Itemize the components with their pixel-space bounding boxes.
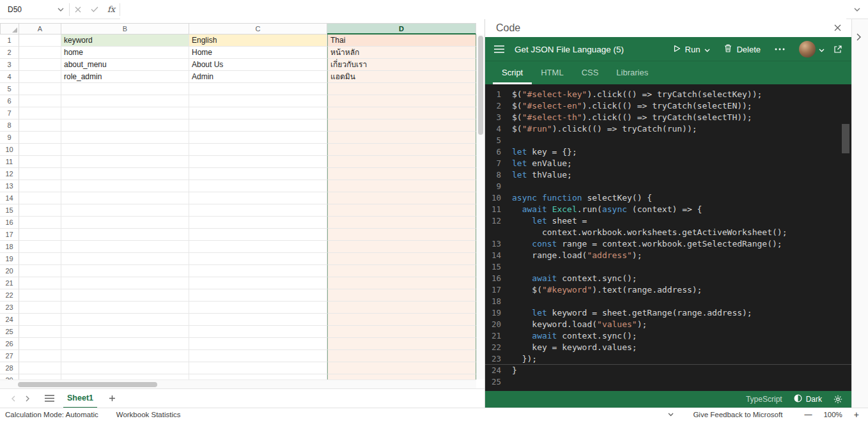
cell-D26[interactable]: [327, 338, 476, 350]
cell-D16[interactable]: [327, 217, 476, 229]
cell-D28[interactable]: [327, 362, 476, 374]
row-header-29[interactable]: 29: [0, 374, 19, 379]
cell-B13[interactable]: [61, 180, 189, 192]
cell-C29[interactable]: [189, 374, 327, 379]
cell-C2[interactable]: Home: [189, 47, 327, 59]
cell-B2[interactable]: home: [61, 47, 189, 59]
code-line[interactable]: 13 const range = context.workbook.getSel…: [485, 238, 851, 250]
vertical-scrollbar[interactable]: [476, 34, 484, 379]
row-header-22[interactable]: 22: [0, 289, 19, 302]
code-line[interactable]: 7let enValue;: [485, 158, 851, 169]
code-line[interactable]: 17 $("#keyword").text(range.address);: [485, 284, 851, 296]
menu-hamburger-icon[interactable]: [494, 45, 504, 53]
code-line[interactable]: 2$("#select-en").click(() => tryCatch(se…: [485, 100, 851, 112]
theme-toggle[interactable]: Dark: [794, 394, 822, 404]
cell-D21[interactable]: [327, 277, 476, 289]
cell-B7[interactable]: [61, 107, 189, 119]
cell-B24[interactable]: [61, 314, 189, 326]
horizontal-scroll-thumb[interactable]: [18, 382, 157, 387]
cell-B28[interactable]: [61, 362, 189, 374]
row-header-21[interactable]: 21: [0, 277, 19, 289]
close-icon[interactable]: [834, 24, 841, 31]
tab-libraries[interactable]: Libraries: [607, 61, 657, 84]
cell-C5[interactable]: [189, 83, 327, 95]
row-header-15[interactable]: 15: [0, 204, 19, 217]
cell-C25[interactable]: [189, 326, 327, 338]
code-line[interactable]: 12 let sheet =: [485, 215, 851, 227]
cell-C3[interactable]: About Us: [189, 59, 327, 71]
cell-D23[interactable]: [327, 302, 476, 314]
cell-D7[interactable]: [327, 107, 476, 119]
cell-C23[interactable]: [189, 302, 327, 314]
cell-C7[interactable]: [189, 107, 327, 119]
cell-B6[interactable]: [61, 95, 189, 107]
cell-C20[interactable]: [189, 265, 327, 277]
row-header-17[interactable]: 17: [0, 229, 19, 241]
code-line[interactable]: 1$("#select-key").click(() => tryCatch(s…: [485, 89, 851, 100]
cell-A18[interactable]: [19, 241, 61, 253]
row-header-1[interactable]: 1: [0, 34, 19, 47]
cell-C14[interactable]: [189, 192, 327, 204]
cell-A19[interactable]: [19, 253, 61, 265]
code-line[interactable]: 14 range.load("address");: [485, 250, 851, 261]
cell-D22[interactable]: [327, 289, 476, 302]
cell-B12[interactable]: [61, 168, 189, 180]
cell-A6[interactable]: [19, 95, 61, 107]
row-header-2[interactable]: 2: [0, 47, 19, 59]
code-line[interactable]: 3$("#select-th").click(() => tryCatch(se…: [485, 112, 851, 123]
row-header-6[interactable]: 6: [0, 95, 19, 107]
cell-A9[interactable]: [19, 132, 61, 144]
cell-C12[interactable]: [189, 168, 327, 180]
cell-B19[interactable]: [61, 253, 189, 265]
row-header-3[interactable]: 3: [0, 59, 19, 71]
column-header-A[interactable]: A: [19, 23, 61, 34]
cell-D4[interactable]: แอดมิน: [327, 71, 476, 83]
code-line[interactable]: 18: [485, 296, 851, 307]
cell-A24[interactable]: [19, 314, 61, 326]
cancel-icon[interactable]: [70, 0, 86, 19]
code-line[interactable]: 22 key = keyword.values;: [485, 342, 851, 353]
cell-A20[interactable]: [19, 265, 61, 277]
next-sheet-icon[interactable]: [20, 395, 35, 402]
cell-D12[interactable]: [327, 168, 476, 180]
cell-D10[interactable]: [327, 144, 476, 156]
cell-C11[interactable]: [189, 156, 327, 168]
tab-script[interactable]: Script: [493, 61, 532, 84]
snippet-title[interactable]: Get JSON File Language (5): [515, 45, 624, 54]
code-line[interactable]: 10async function selectKey() {: [485, 192, 851, 204]
row-header-9[interactable]: 9: [0, 132, 19, 144]
share-icon[interactable]: [833, 45, 842, 54]
cell-D13[interactable]: [327, 180, 476, 192]
cell-A16[interactable]: [19, 217, 61, 229]
code-editor[interactable]: 1$("#select-key").click(() => tryCatch(s…: [485, 84, 851, 391]
cell-D3[interactable]: เกี่ยวกับเรา: [327, 59, 476, 71]
delete-button[interactable]: Delete: [724, 44, 761, 54]
column-header-C[interactable]: C: [189, 23, 327, 34]
cell-A3[interactable]: [19, 59, 61, 71]
cell-D8[interactable]: [327, 119, 476, 132]
cell-B22[interactable]: [61, 289, 189, 302]
tab-html[interactable]: HTML: [532, 61, 572, 84]
row-header-28[interactable]: 28: [0, 362, 19, 374]
cell-A21[interactable]: [19, 277, 61, 289]
cell-A27[interactable]: [19, 350, 61, 362]
row-header-19[interactable]: 19: [0, 253, 19, 265]
cell-C10[interactable]: [189, 144, 327, 156]
row-header-20[interactable]: 20: [0, 265, 19, 277]
row-header-5[interactable]: 5: [0, 83, 19, 95]
row-header-10[interactable]: 10: [0, 144, 19, 156]
cell-D5[interactable]: [327, 83, 476, 95]
feedback-link[interactable]: Give Feedback to Microsoft: [693, 411, 782, 418]
code-line[interactable]: 24}: [485, 365, 851, 376]
cell-D9[interactable]: [327, 132, 476, 144]
column-header-D[interactable]: D: [327, 23, 476, 34]
cell-D11[interactable]: [327, 156, 476, 168]
formula-input[interactable]: [120, 0, 846, 19]
cell-A17[interactable]: [19, 229, 61, 241]
cell-A23[interactable]: [19, 302, 61, 314]
more-options-icon[interactable]: [775, 48, 785, 50]
cell-D18[interactable]: [327, 241, 476, 253]
row-header-16[interactable]: 16: [0, 217, 19, 229]
cell-D15[interactable]: [327, 204, 476, 217]
cell-C1[interactable]: English: [189, 34, 327, 47]
